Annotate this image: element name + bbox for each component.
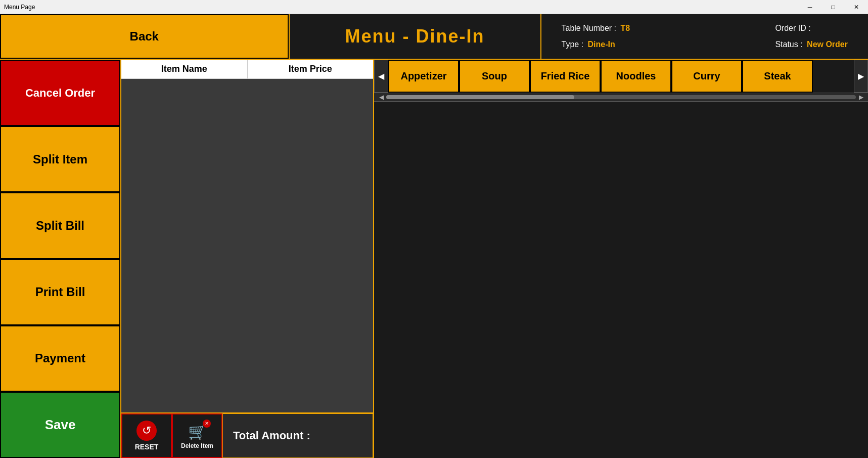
main-container: Back Menu - Dine-In Table Number : T8 Ty… <box>0 14 868 458</box>
order-info-left: Table Number : T8 Type : Dine-In <box>562 20 630 53</box>
save-button[interactable]: Save <box>0 392 120 458</box>
tab-soup[interactable]: Soup <box>459 60 530 93</box>
back-button[interactable]: Back <box>0 14 289 59</box>
order-id-row: Order ID : <box>775 20 848 36</box>
total-amount-label: Total Amount : <box>233 429 310 442</box>
table-number-label: Table Number : <box>562 24 617 32</box>
menu-items-area <box>374 102 868 458</box>
scrollbar-track[interactable] <box>386 95 856 99</box>
status-row: Status : New Order <box>775 36 848 53</box>
reset-icon: ↺ <box>136 421 157 441</box>
order-info-area: Table Number : T8 Type : Dine-In Order I… <box>541 14 869 59</box>
scroll-left-arrow[interactable]: ◀ <box>374 60 388 93</box>
type-label: Type : <box>562 40 584 49</box>
tab-noodles[interactable]: Noodles <box>601 60 671 93</box>
tab-steak[interactable]: Steak <box>742 60 813 93</box>
menu-title: Menu - Dine-In <box>345 26 485 47</box>
scrollbar-left-arrow[interactable]: ◀ <box>376 93 386 102</box>
payment-button[interactable]: Payment <box>0 325 120 392</box>
status-value: New Order <box>807 40 848 49</box>
tab-curry[interactable]: Curry <box>671 60 742 93</box>
table-number-value: T8 <box>620 24 630 32</box>
order-table-area: Item Name Item Price ↺ RESET 🛒 ✕ Delete … <box>121 60 374 458</box>
type-value: Dine-In <box>588 40 615 49</box>
status-label: Status : <box>775 40 802 49</box>
scrollbar-thumb <box>386 95 574 99</box>
table-number-row: Table Number : T8 <box>562 20 630 36</box>
left-sidebar: Cancel Order Split Item Split Bill Print… <box>0 60 121 458</box>
tabs-container: AppetizerSoupFried RiceNoodlesCurrySteak <box>388 60 854 93</box>
tab-fried-rice[interactable]: Fried Rice <box>530 60 601 93</box>
delete-icon-container: 🛒 ✕ <box>188 423 207 440</box>
order-info-right: Order ID : Status : New Order <box>775 20 848 53</box>
minimize-button[interactable]: ─ <box>798 0 821 14</box>
print-bill-button[interactable]: Print Bill <box>0 259 120 325</box>
title-bar-text: Menu Page <box>4 4 35 11</box>
reset-label: RESET <box>135 443 159 451</box>
type-row: Type : Dine-In <box>562 36 630 53</box>
close-button[interactable]: ✕ <box>845 0 868 14</box>
tabs-scrollbar-row: ◀ ▶ <box>374 93 868 102</box>
col-item-price: Item Price <box>248 60 374 78</box>
scrollbar-right-arrow[interactable]: ▶ <box>856 93 866 102</box>
cancel-order-btn[interactable]: Cancel Order <box>0 60 120 126</box>
title-bar-controls: ─ □ ✕ <box>798 0 868 14</box>
table-header: Item Name Item Price <box>121 60 373 79</box>
order-bottom: ↺ RESET 🛒 ✕ Delete Item Total Amount : <box>121 412 373 458</box>
menu-panel: ◀ AppetizerSoupFried RiceNoodlesCurrySte… <box>374 60 868 458</box>
order-table-body <box>121 79 373 412</box>
header-row: Back Menu - Dine-In Table Number : T8 Ty… <box>0 14 868 60</box>
title-bar: Menu Page ─ □ ✕ <box>0 0 868 14</box>
tab-appetizer[interactable]: Appetizer <box>388 60 459 93</box>
content-row: Cancel Order Split Item Split Bill Print… <box>0 60 868 458</box>
delete-badge: ✕ <box>203 420 211 428</box>
split-item-button[interactable]: Split Item <box>0 126 120 192</box>
menu-title-area: Menu - Dine-In <box>289 14 541 59</box>
delete-label: Delete Item <box>181 442 213 449</box>
category-tabs-row: ◀ AppetizerSoupFried RiceNoodlesCurrySte… <box>374 60 868 93</box>
split-bill-button[interactable]: Split Bill <box>0 192 120 259</box>
scroll-right-arrow[interactable]: ▶ <box>854 60 868 93</box>
delete-item-button[interactable]: 🛒 ✕ Delete Item <box>172 413 222 458</box>
total-amount-area: Total Amount : <box>222 413 373 458</box>
order-id-label: Order ID : <box>775 24 810 32</box>
maximize-button[interactable]: □ <box>821 0 845 14</box>
col-item-name: Item Name <box>121 60 248 78</box>
reset-button[interactable]: ↺ RESET <box>121 413 172 458</box>
